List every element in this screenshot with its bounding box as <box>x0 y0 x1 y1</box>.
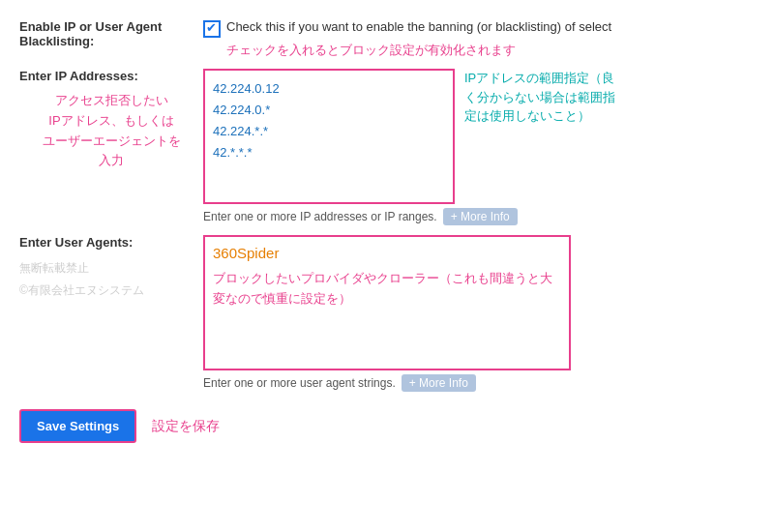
ua-watermark-line2: ©有限会社エヌシステム <box>19 281 203 300</box>
ua-watermark-line1: 無断転載禁止 <box>19 259 203 278</box>
ua-spider-text: 360Spider <box>213 245 561 261</box>
blacklist-jp-note: チェックを入れるとブロック設定が有効化されます <box>226 43 516 57</box>
save-row: Save Settings 設定を保存 <box>19 409 755 443</box>
blacklist-label: Enable IP or User Agent Blacklisting: <box>19 19 162 48</box>
ua-label-col: Enter User Agents: 無断転載禁止 ©有限会社エヌシステム <box>19 235 203 300</box>
ip-right-note: IPアドレスの範囲指定（良く分からない場合は範囲指定は使用しないこと） <box>464 69 619 126</box>
ip-section: Enter IP Addresses: アクセス拒否したいIPアドレス、もしくは… <box>19 69 755 225</box>
ip-line-2: 42.224.0.* <box>213 100 445 121</box>
ua-textarea[interactable]: 360Spider ブロックしたいプロバイダやクローラー（これも間違うと大変なの… <box>203 235 571 370</box>
ua-section: Enter User Agents: 無断転載禁止 ©有限会社エヌシステム 36… <box>19 235 755 392</box>
save-jp-label: 設定を保存 <box>152 418 220 435</box>
ua-hint-row: Enter one or more user agent strings. + … <box>203 374 571 392</box>
ua-watermark: 無断転載禁止 ©有限会社エヌシステム <box>19 259 203 300</box>
ip-hint-text: Enter one or more IP addresses or IP ran… <box>203 210 437 223</box>
ua-jp-note: ブロックしたいプロバイダやクローラー（これも間違うと大変なので慎重に設定を） <box>213 269 561 310</box>
ip-field-label: Enter IP Addresses: <box>19 69 203 83</box>
ua-more-info-button[interactable]: + More Info <box>402 374 476 392</box>
ip-label-col: Enter IP Addresses: アクセス拒否したいIPアドレス、もしくは… <box>19 69 203 171</box>
blacklist-description: Check this if you want to enable the ban… <box>226 19 611 34</box>
ip-more-info-button[interactable]: + More Info <box>443 208 518 225</box>
blacklist-checkbox[interactable] <box>203 20 221 38</box>
ip-line-1: 42.224.0.12 <box>213 78 445 100</box>
ip-line-4: 42.*.*.* <box>213 142 445 163</box>
save-settings-button[interactable]: Save Settings <box>19 409 136 443</box>
ip-line-3: 42.224.*.* <box>213 121 445 142</box>
ip-hint-row: Enter one or more IP addresses or IP ran… <box>203 208 619 225</box>
ua-hint-text: Enter one or more user agent strings. <box>203 376 396 390</box>
blacklist-section: Enable IP or User Agent Blacklisting: Ch… <box>19 19 755 59</box>
ip-jp-note: アクセス拒否したいIPアドレス、もしくはユーザーエージェントを入力 <box>19 91 203 171</box>
ip-textarea[interactable]: 42.224.0.12 42.224.0.* 42.224.*.* 42.*.*… <box>203 69 455 204</box>
ua-field-label: Enter User Agents: <box>19 235 203 250</box>
